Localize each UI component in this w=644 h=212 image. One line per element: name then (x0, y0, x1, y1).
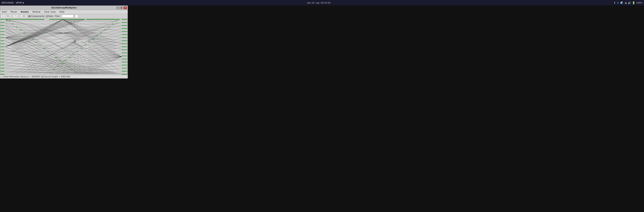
titlebar: 32x32ArrayMultiplier – σ ✕ (0, 6, 128, 10)
svg-rect-245 (63, 63, 64, 64)
svg-rect-33 (0, 59, 4, 60)
svg-rect-21 (0, 22, 4, 23)
svg-rect-22 (0, 25, 4, 26)
battery-icon: 🔋 (632, 1, 635, 4)
svg-rect-258 (80, 48, 83, 49)
svg-rect-27 (0, 41, 4, 41)
svg-rect-51 (122, 56, 127, 56)
coords-display: X=3382.611 Y=231.484 (1, 15, 27, 18)
svg-rect-26 (0, 37, 4, 38)
tray-icon-5[interactable]: 🔊 (628, 1, 631, 4)
svg-rect-34 (0, 62, 4, 62)
svg-rect-243 (55, 57, 58, 58)
battery-percent: 100% (636, 2, 642, 4)
tray-icon-1[interactable]: ⬆ (614, 1, 616, 4)
statusbar: > Initial Manhattan distance = 8084087 @… (0, 75, 128, 78)
canvas-area[interactable] (0, 19, 128, 75)
svg-rect-5 (0, 31, 128, 32)
svg-rect-6 (0, 34, 128, 36)
svg-rect-47 (122, 43, 127, 44)
svg-rect-17 (0, 67, 128, 69)
minimize-button[interactable]: – (116, 7, 119, 9)
svg-rect-247 (71, 69, 72, 70)
svg-rect-257 (84, 45, 86, 46)
maximize-button[interactable]: σ (120, 7, 123, 9)
filter-label: Filter (55, 15, 60, 18)
svg-rect-48 (122, 47, 127, 47)
svg-rect-20 (0, 19, 4, 20)
svg-rect-43 (122, 31, 127, 32)
components-radio[interactable]: Components (28, 15, 45, 18)
svg-rect-57 (122, 74, 127, 75)
svg-rect-31 (0, 53, 4, 53)
svg-rect-53 (122, 62, 127, 62)
svg-rect-49 (122, 50, 127, 50)
menubar: Start Placer Router Redraw Clear view: H… (0, 10, 128, 14)
close-button[interactable]: ✕ (124, 7, 127, 9)
svg-rect-265 (53, 69, 55, 70)
svg-rect-45 (122, 37, 127, 38)
svg-rect-244 (59, 60, 60, 61)
app-menu[interactable]: ePnR ▼ (16, 1, 24, 4)
status-message: > Initial Manhattan distance = 8084087 @… (1, 76, 70, 78)
menu-redraw[interactable]: Redraw (32, 11, 41, 13)
svg-rect-264 (57, 66, 60, 67)
components-radio-dot (28, 15, 30, 17)
svg-rect-32 (0, 56, 4, 56)
svg-rect-248 (75, 72, 76, 73)
tray-icon-3[interactable]: 🌊 (620, 1, 624, 4)
svg-rect-240 (43, 48, 46, 49)
menu-placer[interactable]: Placer (10, 11, 18, 13)
menu-start[interactable]: Start (1, 11, 8, 13)
svg-rect-260 (73, 54, 74, 55)
svg-rect-261 (69, 57, 71, 58)
svg-rect-42 (122, 28, 127, 29)
filter-dropdown-btn[interactable]: ▼ (75, 15, 78, 18)
nets-radio[interactable]: Nets (46, 15, 53, 18)
svg-rect-46 (122, 41, 127, 41)
activities-label[interactable]: Aktiviteter (2, 1, 14, 4)
svg-rect-25 (0, 34, 4, 35)
svg-rect-237 (32, 39, 34, 40)
svg-rect-254 (96, 36, 98, 37)
svg-rect-30 (0, 50, 4, 50)
menu-router[interactable]: Router (20, 11, 30, 13)
svg-rect-36 (0, 68, 4, 69)
svg-rect-39 (122, 19, 127, 20)
svg-rect-24 (0, 31, 4, 32)
menu-help[interactable]: Help (59, 11, 65, 13)
svg-rect-238 (36, 42, 37, 43)
system-topbar: Aktiviteter ePnR ▼ søn 19. sep 09:19:29 … (0, 0, 644, 6)
app-window: 32x32ArrayMultiplier – σ ✕ Start Placer … (0, 6, 128, 79)
menu-clearview[interactable]: Clear view: (43, 11, 57, 13)
svg-rect-255 (92, 39, 95, 40)
tray-icon-4[interactable]: ◀ (624, 1, 626, 4)
svg-rect-239 (40, 45, 41, 46)
svg-rect-50 (122, 53, 127, 53)
svg-rect-44 (122, 34, 127, 35)
svg-rect-52 (122, 59, 127, 60)
filter-input[interactable] (62, 15, 74, 18)
svg-rect-235 (24, 33, 25, 34)
svg-rect-59 (49, 19, 84, 20)
svg-rect-246 (67, 66, 69, 67)
svg-rect-256 (88, 42, 90, 43)
svg-rect-252 (104, 30, 106, 31)
svg-rect-35 (0, 65, 4, 66)
tray-icon-2[interactable]: ⬆ (617, 1, 619, 4)
svg-rect-253 (100, 33, 102, 34)
svg-rect-266 (49, 72, 51, 73)
svg-rect-29 (0, 47, 4, 47)
view-mode-group: Components Nets (28, 15, 53, 18)
window-title: 32x32ArrayMultiplier (51, 7, 77, 9)
svg-rect-250 (112, 24, 114, 24)
svg-rect-251 (108, 27, 110, 28)
svg-rect-38 (0, 74, 4, 75)
svg-rect-233 (16, 27, 18, 28)
svg-rect-249 (116, 21, 118, 21)
svg-rect-236 (28, 36, 29, 37)
toolbar: X=3382.611 Y=231.484 Components Nets Fil… (0, 14, 128, 19)
svg-rect-3 (0, 25, 128, 26)
svg-rect-234 (20, 30, 22, 31)
svg-rect-262 (65, 60, 66, 61)
